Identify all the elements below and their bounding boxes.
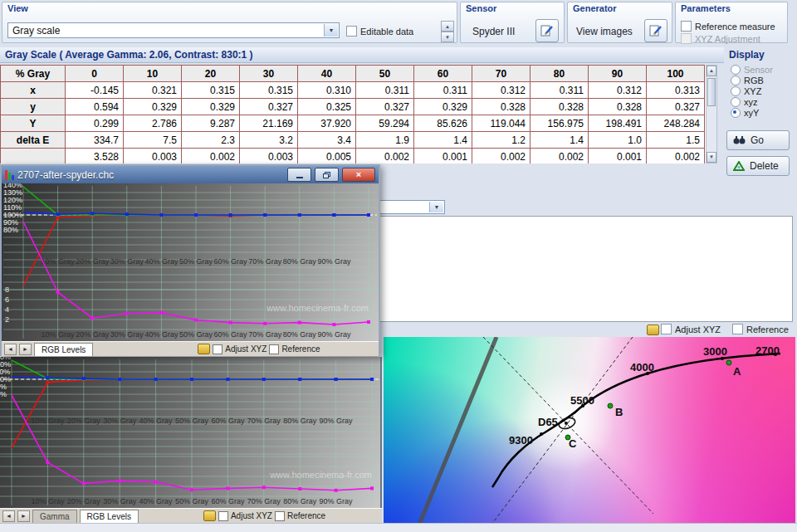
cie-point-label: A xyxy=(733,365,741,378)
chevron-down-icon[interactable]: ▼ xyxy=(324,24,338,37)
parameters-group-title: Parameters xyxy=(681,3,731,13)
display-option-xyz[interactable]: xyz xyxy=(726,96,794,107)
tab-scroll-left-icon[interactable]: ◄ xyxy=(4,344,17,355)
sensor-config-button[interactable] xyxy=(535,19,559,42)
reference-measure-checkbox[interactable]: Reference measure xyxy=(681,21,775,32)
checkbox-box xyxy=(681,33,692,44)
table-cell: 0.321 xyxy=(124,82,182,99)
adjust-xyz-label: Adjust XYZ xyxy=(675,325,721,334)
adjust-xyz-checkbox-middle[interactable]: Adjust XYZ xyxy=(661,324,721,334)
scroll-up-icon[interactable]: ▲ xyxy=(707,66,716,76)
view-selector-combo[interactable]: Gray scale ▼ xyxy=(7,22,340,38)
delete-button[interactable]: Delete xyxy=(726,156,790,176)
tab-scroll-right-icon[interactable]: ► xyxy=(19,344,32,355)
x-tick-label: 10% Gray xyxy=(31,417,65,425)
watermark: www.homecinema-fr.com xyxy=(269,470,372,480)
tab-rgb-levels[interactable]: RGB Levels xyxy=(34,343,93,356)
display-panel-title: Display xyxy=(726,47,794,64)
data-point xyxy=(56,212,60,216)
adjust-xyz-checkbox-bottom[interactable]: Adjust XYZ xyxy=(218,511,272,521)
display-option-sensor[interactable]: Sensor xyxy=(726,64,794,75)
table-row-label: Y xyxy=(1,115,66,132)
x-tick-label: 30% Gray xyxy=(103,497,137,505)
data-point xyxy=(262,378,266,381)
table-cell: 0.327 xyxy=(240,99,298,115)
table-column-header: % Gray xyxy=(1,66,66,82)
view-group-title: View xyxy=(7,3,28,13)
data-point xyxy=(298,487,301,491)
table-cell: 0.002 xyxy=(647,149,705,164)
generator-config-button[interactable] xyxy=(644,19,667,42)
display-option-xyy[interactable]: xyY xyxy=(726,107,794,118)
tab-gamma[interactable]: Gamma xyxy=(32,510,77,523)
table-cell: 0.311 xyxy=(531,82,589,99)
reference-label: Reference xyxy=(287,511,325,520)
recycle-icon xyxy=(733,161,745,172)
view-group: View Gray scale ▼ Editable data ▲ ▼ xyxy=(2,2,457,43)
table-cell: 3.528 xyxy=(66,149,124,164)
x-tick-label: 90% Gray xyxy=(317,257,351,266)
background-chart-window: 140%130%120%110%100%90%80%864210% Gray20… xyxy=(0,357,382,523)
x-tick-label: 70% Gray xyxy=(248,330,282,339)
decimal-spinner[interactable]: ▲ ▼ xyxy=(441,21,454,42)
tab-scroll-left-icon[interactable]: ◄ xyxy=(2,510,15,522)
scrollbar-thumb[interactable] xyxy=(707,78,716,106)
close-button[interactable]: × xyxy=(342,168,375,182)
radio-label: RGB xyxy=(744,76,764,85)
spinner-down-icon[interactable]: ▼ xyxy=(441,32,454,42)
table-cell: 0.003 xyxy=(240,149,298,164)
view-selector-value: Gray scale xyxy=(12,25,60,37)
window-titlebar[interactable]: 2707-after-spyder.chc × xyxy=(2,166,379,183)
checkbox-box xyxy=(213,344,222,354)
x-tick-label: 80% Gray xyxy=(283,497,317,505)
table-cell: 156.975 xyxy=(531,115,589,132)
data-point xyxy=(194,213,198,217)
scroll-down-icon[interactable]: ▼ xyxy=(707,152,716,163)
reference-checkbox-floating[interactable]: Reference xyxy=(269,344,320,354)
reference-label: Reference xyxy=(281,344,320,354)
floating-document-window[interactable]: 2707-after-spyder.chc × 140%130%120%110%… xyxy=(0,164,380,356)
table-column-header: 40 xyxy=(298,66,356,82)
cie-chromaticity-diagram: 2700300040005500D659300ABC xyxy=(384,337,795,525)
table-cell: 2.786 xyxy=(124,115,182,132)
table-cell: 0.002 xyxy=(356,149,414,164)
x-tick-label: 30% Gray xyxy=(110,257,144,266)
data-point xyxy=(90,316,94,320)
display-option-xyz[interactable]: XYZ xyxy=(726,85,794,96)
table-scrollbar[interactable]: ▲ ▼ xyxy=(706,65,717,164)
window-title: 2707-after-spyder.chc xyxy=(17,169,284,181)
x-tick-label: 30% Gray xyxy=(110,330,144,339)
chevron-down-icon[interactable]: ▼ xyxy=(429,202,443,212)
go-button[interactable]: Go xyxy=(726,130,790,150)
table-cell: 0.329 xyxy=(124,99,182,115)
delete-button-label: Delete xyxy=(750,160,779,172)
table-cell: 0.002 xyxy=(182,149,240,164)
reference-checkbox-middle[interactable]: Reference xyxy=(732,324,789,334)
adjust-xyz-checkbox-floating[interactable]: Adjust XYZ xyxy=(213,344,266,354)
table-row: Y0.2992.7869.28721.16937.92059.29485.626… xyxy=(1,115,705,132)
sensor-device-label: Spyder III xyxy=(472,26,515,37)
table-cell: 3.4 xyxy=(298,132,356,149)
x-tick-label: 20% Gray xyxy=(76,330,110,339)
table-cell: 9.287 xyxy=(182,115,240,132)
xyz-adjustment-label: XYZ Adjustment xyxy=(695,34,760,44)
editable-data-checkbox[interactable]: Editable data xyxy=(346,26,413,37)
display-option-rgb[interactable]: RGB xyxy=(726,75,794,85)
x-tick-label: 40% Gray xyxy=(139,497,174,505)
table-cell: 119.044 xyxy=(472,115,531,132)
reference-checkbox-bottom[interactable]: Reference xyxy=(275,511,325,521)
data-point xyxy=(46,376,49,379)
table-column-header: 20 xyxy=(182,66,240,82)
table-cell: 0.594 xyxy=(66,99,124,115)
table-cell: 0.328 xyxy=(589,99,647,115)
cie-temperature-label: D65 xyxy=(538,416,558,428)
delta-axis-label: 2 xyxy=(5,315,9,324)
table-cell: 0.002 xyxy=(472,149,531,164)
tab-scroll-right-icon[interactable]: ► xyxy=(17,510,30,522)
checkbox-box xyxy=(218,511,228,521)
minimize-button[interactable] xyxy=(287,168,311,182)
tab-rgb-levels[interactable]: RGB Levels xyxy=(80,510,139,523)
table-cell: 59.294 xyxy=(356,115,414,132)
restore-button[interactable] xyxy=(315,168,339,182)
spinner-up-icon[interactable]: ▲ xyxy=(441,21,454,32)
